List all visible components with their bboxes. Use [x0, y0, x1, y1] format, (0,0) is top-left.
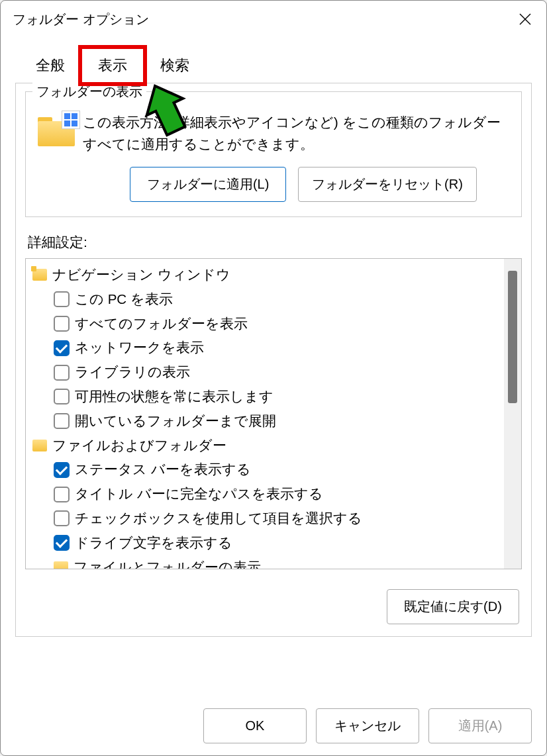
titlebar: フォルダー オプション: [1, 1, 546, 38]
tree-item-label: チェックボックスを使用して項目を選択する: [75, 508, 362, 530]
tree-item-drive-letters[interactable]: ドライブ文字を表示する: [28, 531, 501, 555]
tree-item-expand-open-folder[interactable]: 開いているフォルダーまで展開: [28, 409, 501, 434]
tree-item-label: ネットワークを表示: [75, 337, 204, 359]
ok-button[interactable]: OK: [203, 708, 307, 743]
checkbox[interactable]: [54, 413, 70, 429]
tree-item-show-libraries[interactable]: ライブラリの表示: [28, 360, 501, 385]
checkbox[interactable]: [54, 340, 70, 356]
tree-item-label: ステータス バーを表示する: [75, 459, 251, 481]
apply-button[interactable]: 適用(A): [428, 708, 532, 743]
advanced-settings-label: 詳細設定:: [28, 233, 522, 252]
tab-panel-view: フォルダーの表示 この表示方法 (詳細表示やアイコンなど) をこの種類のフォルダ…: [15, 83, 532, 637]
tree-group-label: ファイルおよびフォルダー: [52, 435, 226, 457]
tree-group-navigation[interactable]: ナビゲーション ウィンドウ: [28, 263, 501, 287]
checkbox[interactable]: [54, 365, 70, 381]
tree-item-show-this-pc[interactable]: この PC を表示: [28, 287, 501, 312]
checkbox[interactable]: [54, 316, 70, 332]
tree-folder-icon: [54, 561, 68, 569]
restore-defaults-button[interactable]: 既定値に戻す(D): [387, 589, 519, 624]
tab-search[interactable]: 検索: [144, 48, 206, 83]
tab-strip: 全般 表示 検索: [1, 38, 546, 83]
reset-folders-button[interactable]: フォルダーをリセット(R): [298, 167, 477, 202]
folder-views-group-title: フォルダーの表示: [32, 83, 146, 101]
apply-to-folders-button[interactable]: フォルダーに適用(L): [130, 167, 286, 202]
tree-scrollbar[interactable]: [504, 259, 521, 569]
close-icon: [519, 13, 531, 25]
tree-item-label: この PC を表示: [75, 289, 173, 310]
tree-item-status-bar[interactable]: ステータス バーを表示する: [28, 457, 501, 482]
restore-defaults-row: 既定値に戻す(D): [25, 589, 522, 624]
tree-item-checkbox-select[interactable]: チェックボックスを使用して項目を選択する: [28, 506, 501, 531]
cancel-button[interactable]: キャンセル: [316, 708, 419, 743]
window-title: フォルダー オプション: [13, 11, 149, 28]
checkbox[interactable]: [54, 510, 70, 526]
tree-item-label: 可用性の状態を常に表示します: [75, 386, 274, 408]
tree-item-label: ドライブ文字を表示する: [75, 532, 232, 554]
tree-item-label: すべてのフォルダーを表示: [75, 313, 248, 335]
scroll-thumb[interactable]: [508, 271, 517, 403]
tree-folder-icon: [32, 269, 47, 281]
folder-views-buttons: フォルダーに適用(L) フォルダーをリセット(R): [96, 167, 511, 202]
checkbox[interactable]: [54, 535, 70, 551]
tree-item-full-path-titlebar[interactable]: タイトル バーに完全なパスを表示する: [28, 482, 501, 506]
tab-general[interactable]: 全般: [19, 48, 81, 83]
tree-group-label: ナビゲーション ウィンドウ: [52, 264, 230, 286]
tree-group-files-folders[interactable]: ファイルおよびフォルダー: [28, 434, 501, 458]
tree-item-label: ライブラリの表示: [75, 361, 190, 383]
folder-views-desc-row: この表示方法 (詳細表示やアイコンなど) をこの種類のフォルダーすべてに適用する…: [36, 112, 511, 155]
checkbox[interactable]: [54, 462, 70, 478]
tree-group-file-folder-display[interactable]: ファイルとフォルダーの表示: [28, 555, 501, 569]
tab-view-label: 表示: [98, 57, 127, 73]
folder-views-group: フォルダーの表示 この表示方法 (詳細表示やアイコンなど) をこの種類のフォルダ…: [25, 91, 522, 217]
dialog-footer: OK キャンセル 適用(A): [1, 699, 546, 755]
checkbox[interactable]: [54, 389, 70, 404]
checkbox[interactable]: [54, 487, 70, 502]
folder-options-dialog: フォルダー オプション 全般 表示 検索 フォルダーの表示: [0, 0, 547, 756]
advanced-settings-tree[interactable]: ナビゲーション ウィンドウ この PC を表示 すべてのフォルダーを表示 ネット…: [25, 258, 522, 569]
tree-item-availability-status[interactable]: 可用性の状態を常に表示します: [28, 385, 501, 409]
tree-group-label: ファイルとフォルダーの表示: [74, 557, 261, 569]
folder-views-desc: この表示方法 (詳細表示やアイコンなど) をこの種類のフォルダーすべてに適用する…: [83, 112, 511, 155]
tree-item-label: タイトル バーに完全なパスを表示する: [75, 483, 323, 505]
checkbox[interactable]: [54, 291, 70, 307]
tree-item-show-all-folders[interactable]: すべてのフォルダーを表示: [28, 312, 501, 336]
tab-view[interactable]: 表示: [81, 48, 144, 83]
tree-item-label: 開いているフォルダーまで展開: [75, 410, 276, 432]
close-button[interactable]: [513, 7, 537, 31]
folder-icon: [36, 112, 79, 149]
tree-item-show-network[interactable]: ネットワークを表示: [28, 336, 501, 360]
tree-content: ナビゲーション ウィンドウ この PC を表示 すべてのフォルダーを表示 ネット…: [26, 259, 504, 569]
tree-folder-icon: [32, 440, 47, 451]
